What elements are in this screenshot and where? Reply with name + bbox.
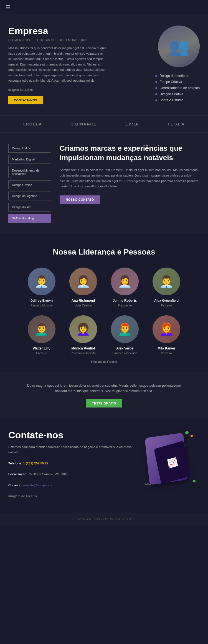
services-cta-button[interactable]: Nosso contato bbox=[60, 195, 100, 204]
team-member-alex-g: 👨‍💼 Alex Greenfield Parceiro bbox=[148, 268, 184, 307]
services-heading: Criamos marcas e experiências que impuls… bbox=[60, 144, 200, 163]
hero-body: Massa ultrices mi quis hendrerit dolor m… bbox=[8, 46, 108, 84]
hero-section: Empresa ELEMENTUM EU FACILISIS SED ODIO … bbox=[0, 14, 208, 115]
team-member-monica: 👩‍🦱 Mônica Pouliot Parceiro associado bbox=[65, 315, 101, 355]
deco-dot-orange bbox=[191, 435, 193, 437]
hero-image-placeholder bbox=[158, 26, 200, 67]
deco-dot-green bbox=[185, 431, 189, 434]
contact-title: Contate-nos bbox=[8, 430, 133, 441]
hero-subtitle: ELEMENTUM EU FACILISIS SED ODIO MORBI QU… bbox=[8, 39, 108, 42]
avatar-ana: 👩‍💼 bbox=[69, 268, 97, 295]
tablet-3d: 📈 〰️ bbox=[141, 430, 197, 491]
hero-list: Design de Interiores Equipe Criativa Ger… bbox=[155, 73, 200, 103]
team-role-walter: Parceiro bbox=[36, 351, 47, 355]
hero-cta-button[interactable]: CONTATE-NOS bbox=[8, 96, 43, 104]
contact-email: Correio: template@sample.com bbox=[8, 483, 133, 488]
team-role-jennie: Presidente bbox=[118, 304, 132, 307]
team-member-jeffrey: 👨‍💼 Jeffrey Brown Parceiro Mundial bbox=[24, 268, 60, 307]
list-item: Design de Interiores bbox=[155, 73, 200, 79]
tablet-body: 📈 bbox=[145, 432, 188, 485]
team-role-jeffrey: Parceiro Mundial bbox=[31, 304, 53, 307]
contact-left: Contate-nos Estamos aqui para atender qu… bbox=[8, 430, 133, 505]
leadership-credit: Imagens de Freepik bbox=[8, 360, 200, 363]
team-name-walter: Walter Lilly bbox=[33, 346, 50, 350]
hero-right: Design de Interiores Equipe Criativa Ger… bbox=[116, 26, 200, 103]
avatar-alex-v: 👨‍🦰 bbox=[111, 315, 139, 343]
leadership-title: Nossa Liderança e Pessoas bbox=[8, 248, 200, 256]
services-body: Sample text. Click to select the Text El… bbox=[60, 167, 200, 189]
team-member-mila: 👩‍🦰 Mila Parker Parceiro bbox=[148, 315, 184, 355]
contact-location: Localização: 75 Street Sample, WI 63025 bbox=[8, 472, 133, 477]
list-item: Direção Criativa bbox=[155, 91, 200, 97]
service-btn-design-site[interactable]: Design do site bbox=[8, 203, 51, 212]
team-name-ana: Ana Richmond bbox=[72, 299, 95, 303]
services-menu: Design UI/UX Marketing Digital Desenvolv… bbox=[8, 144, 51, 223]
team-member-jennie: 👩‍💼 Jennie Roberts Presidente bbox=[107, 268, 143, 307]
services-section: Design UI/UX Marketing Digital Desenvolv… bbox=[0, 133, 208, 234]
hero-credit: Imagem de Freepik bbox=[8, 89, 108, 92]
service-btn-dev-apps[interactable]: Desenvolvimento de aplicativos bbox=[8, 166, 51, 178]
team-name-mila: Mila Parker bbox=[158, 346, 175, 350]
avatar-monica: 👩‍🦱 bbox=[69, 315, 97, 343]
services-content: Criamos marcas e experiências que impuls… bbox=[60, 144, 200, 223]
leadership-section: Nossa Liderança e Pessoas 👨‍💼 Jeffrey Br… bbox=[0, 234, 208, 372]
contact-credit: Imagem de Freepik bbox=[8, 494, 133, 499]
team-name-alex-v: Alex Verde bbox=[116, 346, 133, 350]
team-member-walter: 👨‍🦱 Walter Lilly Parceiro bbox=[24, 315, 60, 355]
list-item: Sobre o Estúdio bbox=[155, 97, 200, 103]
contact-illustration: 📈 〰️ bbox=[139, 430, 200, 491]
service-btn-design-ui[interactable]: Design UI/UX bbox=[8, 144, 51, 153]
team-name-jeffrey: Jeffrey Brown bbox=[31, 299, 53, 303]
footer: Sample text. Click to select the Text El… bbox=[0, 513, 208, 525]
hero-left: Empresa ELEMENTUM EU FACILISIS SED ODIO … bbox=[8, 26, 108, 104]
contact-email-link[interactable]: template@sample.com bbox=[22, 484, 54, 487]
cta-strip: Dolor magna eget est lorem ipsum dolor s… bbox=[0, 372, 208, 419]
avatar-alex-g: 👨‍💼 bbox=[153, 268, 180, 295]
brand-tesla: TESLA bbox=[167, 122, 186, 126]
navigation: ☰ bbox=[0, 0, 208, 14]
footer-note: Sample text. Click to select the Text El… bbox=[76, 518, 132, 521]
brand-evga: EVGA bbox=[125, 122, 139, 126]
brands-section: CROLLA BINANCE EVGA TESLA bbox=[0, 115, 208, 133]
tablet-screen: 📈 bbox=[154, 441, 191, 484]
avatar-jennie: 👩‍💼 bbox=[111, 268, 139, 295]
list-item: Equipe Criativa bbox=[155, 79, 200, 85]
team-member-alex-v: 👨‍🦰 Alex Verde Parceiro associado bbox=[107, 315, 143, 355]
avatar-mila: 👩‍🦰 bbox=[153, 315, 180, 343]
contact-section: Contate-nos Estamos aqui para atender qu… bbox=[0, 419, 208, 513]
hero-image bbox=[158, 26, 200, 67]
brand-binance: BINANCE bbox=[71, 122, 97, 126]
service-btn-marketing[interactable]: Marketing Digital bbox=[8, 155, 51, 164]
avatar-walter: 👨‍🦱 bbox=[28, 315, 55, 343]
team-role-ana: Líder Criativo bbox=[75, 304, 92, 307]
brand-crolla: CROLLA bbox=[22, 122, 42, 126]
deco-dot-green2 bbox=[193, 480, 196, 482]
chart-icon: 📈 bbox=[166, 456, 178, 469]
team-role-alex-v: Parceiro associado bbox=[112, 351, 137, 355]
contact-phone: Telefone: 1 (232) 252 55 22 bbox=[8, 461, 133, 466]
service-btn-design-logo[interactable]: Design de logotipo bbox=[8, 192, 51, 200]
cta-body: Dolor magna eget est lorem ipsum dolor s… bbox=[22, 383, 186, 394]
team-name-jennie: Jennie Roberts bbox=[113, 299, 137, 303]
contact-body: Estamos aqui para atender qualquer neces… bbox=[8, 444, 133, 455]
team-grid: 👨‍💼 Jeffrey Brown Parceiro Mundial 👩‍💼 A… bbox=[8, 268, 200, 355]
hero-title: Empresa bbox=[8, 26, 108, 36]
team-name-alex-g: Alex Greenfield bbox=[154, 299, 179, 303]
team-member-ana: 👩‍💼 Ana Richmond Líder Criativo bbox=[65, 268, 101, 307]
avatar-jeffrey: 👨‍💼 bbox=[28, 268, 55, 295]
list-item: Gerenciamento de projetos bbox=[155, 85, 200, 91]
deco-squiggle: 〰️ bbox=[144, 481, 152, 488]
team-role-monica: Parceiro associado bbox=[71, 351, 95, 355]
team-name-monica: Mônica Pouliot bbox=[71, 346, 95, 350]
service-btn-design-grafico[interactable]: Design Gráfico bbox=[8, 180, 51, 189]
menu-icon[interactable]: ☰ bbox=[6, 4, 11, 11]
cta-free-trial-button[interactable]: Teste grátis bbox=[86, 399, 122, 407]
team-role-alex-g: Parceiro bbox=[161, 304, 172, 307]
service-btn-seo-branding[interactable]: SEO e Branding bbox=[8, 214, 51, 223]
team-role-mila: Parceiro bbox=[161, 351, 172, 355]
